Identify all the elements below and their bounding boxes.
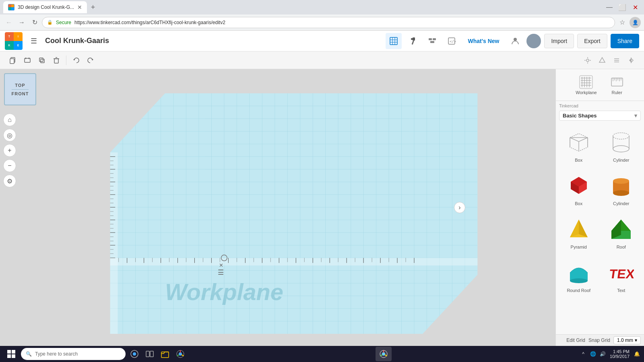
new-tab-btn[interactable]: + [87, 1, 99, 13]
workplane-grid-svg: ✕ ☰ Workplane [48, 93, 539, 334]
svg-text:✕: ✕ [219, 263, 223, 268]
zoom-in-btn[interactable]: + [3, 144, 16, 157]
taskbar-icon-explorer[interactable] [158, 347, 172, 361]
forward-btn[interactable]: → [16, 17, 27, 28]
browser-tab[interactable]: 3D design Cool Krunk-G... ✕ [3, 1, 87, 13]
redo-btn[interactable] [84, 54, 97, 67]
network-icon[interactable]: 🌐 [589, 350, 597, 358]
svg-rect-20 [25, 58, 30, 62]
canvas-area[interactable]: TOP FRONT ⌂ ◎ + − ⚙ [0, 69, 555, 346]
svg-rect-195 [12, 350, 15, 354]
svg-rect-24 [41, 59, 44, 63]
undo-btn[interactable] [70, 54, 83, 67]
shape-item-box-red[interactable]: Box [559, 169, 599, 209]
delete-btn[interactable] [50, 54, 63, 67]
workplane-label: Workplane [576, 90, 597, 95]
home-view-btn[interactable]: ⌂ [3, 113, 16, 126]
duplicate-btn[interactable] [35, 54, 48, 67]
shapes-dropdown[interactable]: Basic Shapes ▾ [559, 111, 641, 121]
shape-label-cylinder-orange: Cylinder [613, 201, 629, 206]
mirror-btn[interactable] [625, 54, 638, 67]
tinkercad-label: Tinkercad [559, 103, 641, 108]
ruler-btn[interactable]: Ruler [605, 72, 629, 97]
scroll-right-btn[interactable]: › [454, 202, 465, 213]
clock-date: 10/9/2017 [610, 354, 630, 359]
back-btn[interactable]: ← [3, 17, 14, 28]
workplane-btn[interactable]: Workplane [571, 72, 601, 97]
taskbar-icon-taskview[interactable] [142, 347, 157, 361]
sys-tray-caret[interactable]: ^ [579, 350, 587, 358]
shape-item-roof-green[interactable]: Roof [602, 212, 641, 253]
svg-rect-10 [411, 38, 415, 40]
copy-btn[interactable] [6, 54, 19, 67]
settings-btn[interactable]: ⚙ [3, 175, 16, 187]
svg-rect-194 [7, 350, 11, 354]
secure-label: Secure [56, 20, 71, 25]
view-bricks-btn[interactable] [424, 33, 440, 49]
shape-item-round-roof[interactable]: Round Roof [559, 256, 599, 296]
view-3d-btn[interactable] [386, 33, 402, 49]
view-code-btn[interactable]: </> [444, 33, 460, 49]
close-btn[interactable]: ✕ [630, 2, 641, 13]
toolbar-right [581, 54, 638, 67]
maximize-btn[interactable]: ⬜ [617, 2, 628, 13]
tab-close-btn[interactable]: ✕ [77, 4, 82, 10]
svg-rect-25 [54, 59, 58, 63]
toolbar [0, 51, 644, 69]
sys-tray: ^ 🌐 🔊 [579, 350, 607, 358]
user-icon-btn[interactable] [507, 33, 523, 49]
align-btn[interactable] [610, 54, 623, 67]
notifications-icon[interactable]: 🔔 [633, 350, 641, 358]
volume-icon[interactable]: 🔊 [599, 350, 607, 358]
svg-marker-33 [599, 58, 605, 62]
view-cube-face[interactable]: TOP FRONT [4, 73, 36, 105]
menu-btn[interactable]: ☰ [27, 35, 40, 47]
zoom-out-btn[interactable]: − [3, 159, 16, 172]
shape-item-text[interactable]: TEXT Text [602, 256, 641, 296]
clock-widget[interactable]: 1:45 PM 10/9/2017 [610, 349, 630, 359]
taskbar-search-bar[interactable]: 🔍 Type here to search [21, 348, 126, 360]
svg-point-177 [613, 146, 629, 152]
taskbar-right: ^ 🌐 🔊 1:45 PM 10/9/2017 🔔 [579, 349, 641, 359]
shape-item-cylinder-wire[interactable]: Cylinder [602, 125, 641, 166]
address-bar[interactable]: 🔒 Secure https://www.tinkercad.com/thing… [42, 17, 615, 28]
share-btn[interactable]: Share [611, 34, 639, 48]
snap-value-text: 1.0 mm [617, 337, 633, 343]
fit-view-btn[interactable]: ◎ [3, 129, 16, 142]
shape-label-text: Text [617, 288, 625, 293]
svg-marker-172 [570, 138, 588, 142]
svg-rect-4 [390, 37, 397, 45]
taskbar-app-icons [127, 347, 188, 361]
minimize-btn[interactable]: — [604, 2, 615, 13]
shape-label-roof-green: Roof [617, 245, 626, 249]
search-icon: 🔍 [26, 351, 32, 357]
header-right: </> What's New Import Export Share [386, 33, 639, 49]
taskbar-start-btn[interactable] [3, 347, 19, 361]
clock-time: 1:45 PM [610, 349, 630, 354]
browser-titlebar: 3D design Cool Krunk-G... ✕ + — ⬜ ✕ [0, 0, 644, 14]
svg-rect-13 [433, 38, 436, 40]
view-hammer-btn[interactable] [405, 33, 421, 49]
snap-value[interactable]: 1.0 mm ▾ [613, 336, 641, 344]
edit-grid-btn[interactable]: Edit Grid [566, 337, 585, 343]
taskbar-icon-chrome[interactable] [173, 347, 188, 361]
svg-line-212 [385, 355, 387, 356]
shape-item-pyramid-yellow[interactable]: Pyramid [559, 212, 599, 253]
svg-text:</>: </> [450, 39, 456, 43]
shape-item-box-wire[interactable]: Box [559, 125, 599, 166]
tab-favicon [8, 4, 14, 10]
bookmark-btn[interactable]: ☆ [617, 17, 628, 28]
refresh-btn[interactable]: ↻ [29, 17, 40, 28]
cut-btn[interactable] [21, 54, 34, 67]
export-btn[interactable]: Export [577, 34, 607, 48]
taskbar-chrome-active[interactable] [376, 347, 392, 361]
tinkercad-logo: T I K E [5, 32, 23, 50]
whats-new-btn[interactable]: What's New [463, 34, 504, 48]
shape-preview-pyramid-yellow [565, 216, 592, 243]
import-btn[interactable]: Import [544, 34, 574, 48]
shape-item-cylinder-orange[interactable]: Cylinder [602, 169, 641, 209]
shape-btn[interactable] [596, 54, 609, 67]
view-cube[interactable]: TOP FRONT [4, 73, 36, 105]
taskbar-icon-cortana[interactable] [127, 347, 142, 361]
light-btn[interactable] [581, 54, 594, 67]
